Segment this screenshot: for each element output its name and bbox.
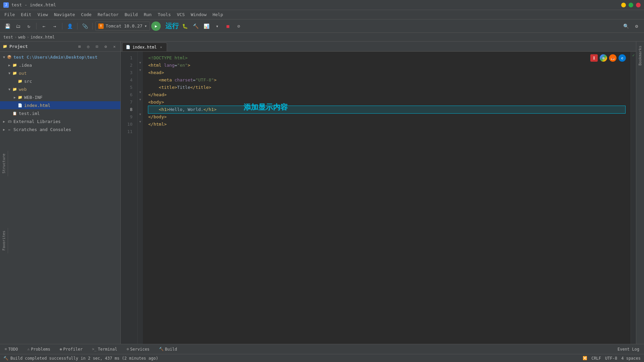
save-button[interactable]: 💾 bbox=[3, 21, 12, 31]
edge-browser-icon[interactable]: e bbox=[619, 54, 626, 62]
settings-button[interactable]: ⚙ bbox=[632, 21, 641, 31]
menu-vcs[interactable]: VCS bbox=[174, 11, 187, 18]
run-button[interactable]: ▶ bbox=[151, 21, 161, 31]
fold-arrow-2[interactable]: ▼ bbox=[138, 59, 143, 66]
fold-arrow-6[interactable]: ▼ bbox=[138, 88, 143, 96]
tree-item-test[interactable]: ▼ 📦 test C:\Users\Admin\Desktop\test bbox=[0, 53, 120, 61]
structure-vtab[interactable]: Structure bbox=[0, 151, 7, 176]
collapse-all-icon[interactable]: ⊞ bbox=[76, 43, 83, 50]
firefox-browser-icon[interactable]: 🦊 bbox=[609, 54, 616, 62]
tree-item-external-libs[interactable]: ▶ 🗃 External Libraries bbox=[0, 117, 120, 125]
encoding[interactable]: UTF-8 bbox=[605, 356, 617, 361]
menu-code[interactable]: Code bbox=[78, 11, 94, 18]
breadcrumb-part-1[interactable]: web bbox=[18, 35, 25, 40]
tab-index-html[interactable]: 📄 index.html ✕ bbox=[122, 43, 167, 51]
back-button[interactable]: ← bbox=[39, 21, 49, 31]
scratches-icon: ✏ bbox=[7, 127, 12, 132]
menu-build[interactable]: Build bbox=[122, 11, 141, 18]
menu-tools[interactable]: Tools bbox=[155, 11, 173, 18]
tree-label-index-html: index.html bbox=[24, 103, 50, 108]
fold-arrow-10[interactable]: ▼ bbox=[138, 118, 143, 125]
tree-item-src[interactable]: 📁 src bbox=[0, 77, 120, 85]
coverage-button[interactable]: 📊 bbox=[202, 21, 211, 31]
menu-window[interactable]: Window bbox=[188, 11, 209, 18]
run-annotation-label: 运行 bbox=[165, 21, 179, 31]
forward-button[interactable]: → bbox=[50, 21, 59, 31]
debug-button[interactable]: 🐛 bbox=[180, 21, 190, 31]
expand-options-icon[interactable]: ⊡ bbox=[94, 43, 100, 50]
todo-tool[interactable]: ≡ TODO bbox=[3, 346, 20, 352]
save-all-button[interactable]: 🗂 bbox=[13, 21, 23, 31]
project-panel-header: 📁 Project ⊞ ◎ ⊡ ⚙ ✕ bbox=[0, 42, 120, 52]
menu-edit[interactable]: Edit bbox=[18, 11, 34, 18]
line-num-9: 9 bbox=[121, 113, 135, 121]
tree-arrow-test-iml bbox=[7, 111, 12, 116]
event-log-tool[interactable]: Event Log bbox=[615, 346, 641, 352]
tree-item-idea[interactable]: ▶ 📁 .idea bbox=[0, 61, 120, 69]
minimize-button[interactable]: − bbox=[621, 3, 626, 7]
fold-arrow-9[interactable]: ▼ bbox=[138, 111, 143, 118]
close-button[interactable]: ✕ bbox=[636, 3, 641, 7]
tree-item-test-iml[interactable]: 📋 test.iml bbox=[0, 109, 120, 117]
sync-button[interactable]: ↻ bbox=[24, 21, 34, 31]
breadcrumb-part-0[interactable]: test bbox=[3, 35, 13, 40]
tree-item-out[interactable]: ▼ 📁 out bbox=[0, 69, 120, 77]
tree-label-web: web bbox=[19, 87, 26, 92]
tree-label-external-libs: External Libraries bbox=[13, 119, 61, 124]
line-num-3: 3 bbox=[121, 69, 135, 76]
tree-label-test: test C:\Users\Admin\Desktop\test bbox=[13, 55, 97, 60]
chrome-browser-icon[interactable]: ● bbox=[600, 54, 607, 62]
services-tool[interactable]: ⚙ Services bbox=[124, 346, 151, 352]
maximize-button[interactable]: □ bbox=[629, 3, 633, 7]
fold-arrow-3[interactable]: ▼ bbox=[138, 66, 143, 74]
close-panel-icon[interactable]: ✕ bbox=[111, 43, 118, 50]
fold-arrow-7[interactable]: ▼ bbox=[138, 96, 143, 103]
user-button[interactable]: 👤 bbox=[65, 21, 74, 31]
menu-navigate[interactable]: Navigate bbox=[51, 11, 78, 18]
terminal-tool[interactable]: >_ Terminal bbox=[90, 346, 119, 352]
toolbar-sep-1 bbox=[36, 23, 37, 29]
terminal-label: Terminal bbox=[98, 347, 117, 352]
tree-item-webinf[interactable]: ▶ 📁 WEB-INF bbox=[0, 93, 120, 101]
tree-item-index-html[interactable]: 📄 index.html bbox=[0, 101, 120, 109]
menu-run[interactable]: Run bbox=[141, 11, 154, 18]
build-button[interactable]: 🔨 bbox=[191, 21, 200, 31]
code-editor[interactable]: 1 2 3 4 5 6 7 8 9 10 11 ▼ ▼ ▼ ▼ bbox=[121, 52, 636, 344]
code-line-7: <body> bbox=[148, 99, 625, 106]
intellij-browser-icon[interactable]: I bbox=[590, 54, 598, 62]
menu-file[interactable]: File bbox=[2, 11, 17, 18]
breadcrumb-part-2[interactable]: index.html bbox=[31, 35, 55, 40]
bookmarks-vtab[interactable]: Bookmarks bbox=[637, 43, 644, 68]
tab-icon: 📄 bbox=[126, 45, 130, 49]
tree-item-web[interactable]: ▼ 📁 web bbox=[0, 85, 120, 93]
tree-item-scratches[interactable]: ▶ ✏ Scratches and Consoles bbox=[0, 125, 120, 133]
code-content[interactable]: <!DOCTYPE html> <html lang="en"> <head> … bbox=[143, 52, 631, 344]
folder-icon-src: 📁 bbox=[17, 78, 23, 84]
cancel-button[interactable]: ⊘ bbox=[234, 21, 243, 31]
title-bar: J test - index.html − □ ✕ bbox=[0, 0, 644, 10]
main-area: 📁 Project ⊞ ◎ ⊡ ⚙ ✕ ▼ 📦 test C:\Users\Ad… bbox=[0, 42, 644, 344]
stop-button[interactable]: ■ bbox=[223, 21, 232, 31]
build-tool[interactable]: 🔨 Build bbox=[157, 346, 179, 352]
run-config-dropdown[interactable]: T Tomcat 10.0.27 ▾ bbox=[95, 21, 150, 31]
html-file-icon: 📄 bbox=[17, 103, 23, 108]
tree-label-idea: .idea bbox=[19, 63, 32, 68]
settings-icon[interactable]: ⚙ bbox=[102, 43, 109, 50]
problems-tool[interactable]: ⚠ Problems bbox=[25, 346, 52, 352]
more-run-button[interactable]: ▾ bbox=[212, 21, 222, 31]
profiler-tool[interactable]: ◉ Profiler bbox=[58, 346, 85, 352]
breadcrumb-nav[interactable]: 📎 bbox=[80, 21, 90, 31]
locate-icon[interactable]: ◎ bbox=[85, 43, 92, 50]
breadcrumb: test › web › index.html bbox=[0, 33, 644, 42]
editor-tabs: 📄 index.html ✕ bbox=[121, 42, 636, 52]
indent[interactable]: 4 spaces bbox=[621, 356, 641, 361]
menu-refactor[interactable]: Refactor bbox=[95, 11, 121, 18]
favorites-vtab[interactable]: Favorites bbox=[0, 228, 7, 253]
tab-close-button[interactable]: ✕ bbox=[159, 45, 163, 50]
search-everywhere-button[interactable]: 🔍 bbox=[621, 21, 631, 31]
line-ending[interactable]: CRLF bbox=[591, 356, 601, 361]
tree-arrow-webinf: ▶ bbox=[12, 95, 17, 100]
menu-view[interactable]: View bbox=[35, 11, 51, 18]
code-line-1: <!DOCTYPE html> bbox=[148, 54, 625, 62]
menu-help[interactable]: Help bbox=[210, 11, 226, 18]
